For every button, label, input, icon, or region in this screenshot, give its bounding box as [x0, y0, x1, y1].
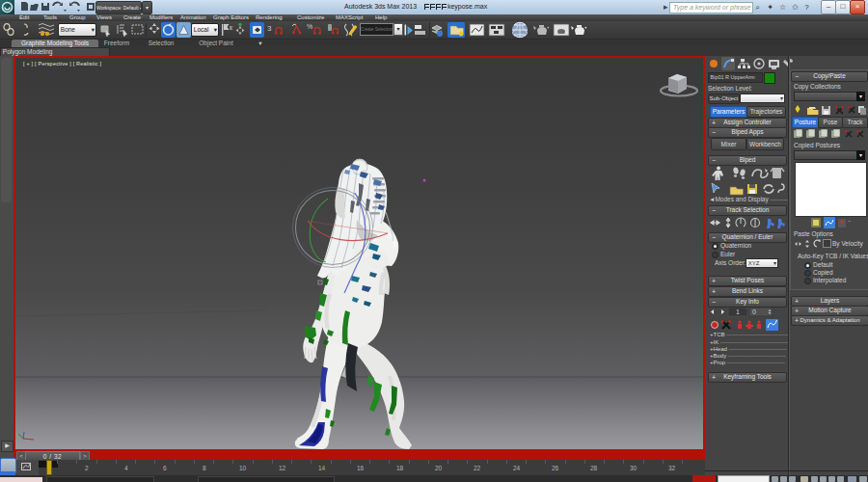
- svg-text:1: 1: [736, 308, 740, 315]
- svg-text:%: %: [307, 23, 312, 30]
- svg-text:0: 0: [752, 308, 756, 315]
- svg-text:3: 3: [267, 24, 272, 33]
